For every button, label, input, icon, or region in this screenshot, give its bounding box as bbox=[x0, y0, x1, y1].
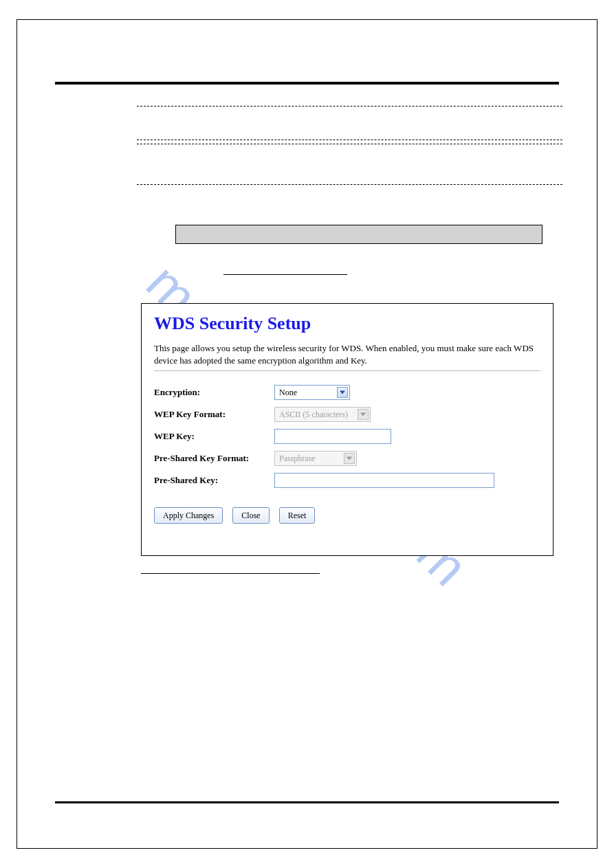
apply-changes-button[interactable]: Apply Changes bbox=[154, 507, 223, 524]
wep-key-format-select: ASCII (5 characters) bbox=[274, 407, 371, 422]
wep-key-label: WEP Key: bbox=[154, 431, 274, 442]
psk-label: Pre-Shared Key: bbox=[154, 475, 274, 486]
chevron-down-icon bbox=[358, 409, 369, 420]
row-wep-key-format: WEP Key Format: ASCII (5 characters) bbox=[154, 407, 540, 422]
dotted-row-2 bbox=[137, 144, 562, 185]
wep-key-input[interactable] bbox=[274, 429, 391, 444]
row-wep-key: WEP Key: bbox=[154, 429, 540, 444]
document-page: manualshive.com WDS Security Setup This … bbox=[0, 0, 614, 868]
top-divider bbox=[55, 82, 559, 85]
chevron-down-icon bbox=[344, 453, 355, 464]
chevron-down-icon bbox=[337, 387, 348, 398]
psk-format-select: Passphrase bbox=[274, 451, 357, 466]
dotted-row-1 bbox=[137, 106, 562, 140]
close-button[interactable]: Close bbox=[232, 507, 269, 524]
wep-key-format-value: ASCII (5 characters) bbox=[279, 410, 348, 420]
center-underline bbox=[223, 274, 347, 275]
psk-input[interactable] bbox=[274, 473, 494, 488]
encryption-value: None bbox=[279, 388, 297, 398]
row-encryption: Encryption: None bbox=[154, 385, 540, 400]
wep-key-format-label: WEP Key Format: bbox=[154, 409, 274, 420]
caption-underline bbox=[141, 573, 320, 574]
page-border: manualshive.com WDS Security Setup This … bbox=[17, 19, 597, 849]
panel-title: WDS Security Setup bbox=[154, 313, 540, 334]
encryption-label: Encryption: bbox=[154, 387, 274, 398]
row-psk: Pre-Shared Key: bbox=[154, 473, 540, 488]
reset-button[interactable]: Reset bbox=[279, 507, 316, 524]
grey-placeholder-bar bbox=[175, 225, 542, 244]
panel-description: This page allows you setup the wireless … bbox=[154, 342, 540, 366]
button-row: Apply Changes Close Reset bbox=[154, 507, 540, 524]
psk-format-value: Passphrase bbox=[279, 454, 316, 464]
encryption-select[interactable]: None bbox=[274, 385, 350, 400]
panel-divider bbox=[154, 370, 540, 371]
row-psk-format: Pre-Shared Key Format: Passphrase bbox=[154, 451, 540, 466]
wds-security-panel: WDS Security Setup This page allows you … bbox=[141, 303, 553, 556]
bottom-divider bbox=[55, 801, 559, 803]
psk-format-label: Pre-Shared Key Format: bbox=[154, 453, 274, 464]
